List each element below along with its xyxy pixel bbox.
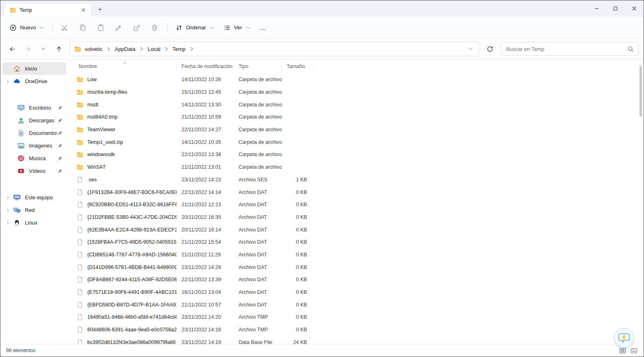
file-name-cell: Low [74,76,177,83]
sidebar-item-red[interactable]: Red [2,204,66,216]
table-row[interactable]: WinSAT 21/11/2022 13:01 Carpeta de archi… [74,161,644,174]
breadcrumb-item[interactable]: Temp [170,44,188,54]
chevron-right-icon[interactable] [3,220,12,226]
chevron-right-icon[interactable] [3,130,12,137]
search-icon[interactable] [627,46,634,53]
search-input[interactable] [505,46,624,53]
breadcrumb-chevron-icon[interactable] [164,46,169,52]
table-row[interactable]: {1528FB4A-F7C5-49D5-9052-0405915A75... 2… [74,236,644,249]
sidebar-item-documentos[interactable]: Documentos [2,127,66,139]
scrollbar-thumb[interactable] [640,66,642,117]
sidebar-item-inicio[interactable]: Inicio [2,62,66,75]
sort-button[interactable]: Ordenar [171,20,219,35]
new-tab-button[interactable] [94,4,106,15]
share-button[interactable] [128,20,145,35]
chevron-right-icon[interactable] [3,207,12,214]
sidebar-item-vídeos[interactable]: Vídeos [2,165,66,177]
scrollbar-up-arrow[interactable] [639,61,642,64]
breadcrumb-item[interactable]: Local [145,44,163,54]
refresh-button[interactable] [483,42,497,56]
chevron-right-icon[interactable] [3,78,12,85]
sidebar-item-linux[interactable]: Linux [2,216,66,229]
chevron-right-icon[interactable] [3,105,12,111]
table-row[interactable]: {E7571E18-90F6-4491-B90F-4ABC101CBF... 1… [74,286,644,299]
view-button[interactable]: Ver [219,20,255,35]
paste-button[interactable] [93,20,109,35]
table-row[interactable]: bc3902d8132f43e3ae086a009979fa88 23/11/2… [74,336,644,344]
videos-icon [17,167,25,175]
sidebar-item-onedrive[interactable]: OneDrive [2,75,66,88]
sidebar-item-este-equipo[interactable]: Este equipo [2,191,66,204]
tab-temp[interactable]: Temp [4,3,91,17]
up-button[interactable] [52,42,66,56]
chevron-right-icon[interactable] [3,66,12,72]
address-breadcrumb-box[interactable]: solveticAppDataLocalTemp [70,42,479,56]
forward-button[interactable] [21,42,35,56]
table-row[interactable]: {CDB65146-7787-4778-A9AD-156604C034... 2… [74,249,644,261]
minimize-button[interactable] [587,0,606,17]
table-row[interactable]: 60448606-6391-4aae-9ea5-e0c0756a2e62... … [74,324,644,336]
edit-buttons [57,20,163,35]
table-row[interactable]: 16490a51-846b-46b0-a5bf-e741d84cb6cb... … [74,311,644,324]
breadcrumb-item[interactable]: solvetic [82,44,105,54]
recent-locations-button[interactable] [36,42,50,56]
table-row[interactable]: {D141D996-5781-4BDB-B441-649900C166... 2… [74,261,644,273]
table-row[interactable]: msdt 14/11/2022 13:30 Carpeta de archivo… [74,98,644,111]
breadcrumb-chevron-icon[interactable] [139,46,144,52]
close-window-button[interactable] [625,0,644,17]
column-header-date[interactable]: Fecha de modificación [177,62,234,71]
chevron-right-icon[interactable] [3,143,12,149]
table-row[interactable]: nsd84A0.tmp 21/11/2022 10:59 Carpeta de … [74,111,644,123]
rename-button[interactable] [111,20,127,35]
breadcrumb-item[interactable]: AppData [112,44,138,54]
column-header-type[interactable]: Tipo [234,62,282,71]
table-row[interactable]: {6C920BB0-ED51-4113-B32C-6618FF672F... 2… [74,198,644,211]
folder-icon [76,88,84,96]
delete-button[interactable] [146,20,163,35]
table-row[interactable]: Temp1_uwd.zip 14/11/2022 10:35 Carpeta d… [74,136,644,148]
table-row[interactable]: mozilla-temp-files 15/11/2022 12:45 Carp… [74,86,644,99]
back-button[interactable] [5,42,19,56]
address-dropdown-button[interactable] [465,44,476,54]
more-options-button[interactable]: … [255,20,272,35]
chevron-right-icon[interactable] [3,168,12,174]
sidebar-item-imágenes[interactable]: Imágenes [2,139,66,152]
table-row[interactable]: {DF8AB667-9244-4115-A08F-92D5E06105... 2… [74,273,644,286]
table-row[interactable]: windowssdk 22/11/2022 13:38 Carpeta de a… [74,148,644,161]
table-row[interactable]: Low 14/11/2022 10:26 Carpeta de archivos [74,73,644,86]
table-row[interactable]: TeamViewer 22/11/2022 14:27 Carpeta de a… [74,123,644,136]
cut-button[interactable] [57,20,73,35]
large-icons-view-button[interactable] [630,346,638,355]
new-button[interactable]: Nuevo [5,20,48,35]
sidebar-item-escritorio[interactable]: Escritorio [2,101,66,114]
table-row[interactable]: .ses 23/11/2022 14:23 Archivo SES 1 KB [74,174,644,186]
details-view-button[interactable] [618,346,626,355]
table-row[interactable]: {1F9132B4-30F9-48E7-B3C6-F6CA0EC722... 2… [74,186,644,198]
help-bubble-overlay[interactable] [614,328,634,348]
table-row[interactable]: {21D2FBBE-53B0-443C-A7DE-204CD9965... 20… [74,211,644,224]
chevron-right-icon[interactable] [3,194,12,201]
sidebar-item-label: Red [25,207,57,213]
breadcrumb-chevron-icon[interactable] [106,46,111,52]
breadcrumb-chevron-icon[interactable] [189,46,195,52]
table-row[interactable]: {62E3B4AA-E2C4-4298-923A-EDECF2F2D... 20… [74,223,644,236]
column-header-size[interactable]: Tamaño [282,62,314,71]
chevron-right-icon[interactable] [3,155,12,162]
chevron-right-icon[interactable] [3,117,12,124]
maximize-button[interactable] [606,0,625,17]
documents-icon [17,129,25,137]
table-row[interactable]: {EBFD580D-B87D-4D7F-B1AA-1FAA9187F... 21… [74,298,644,311]
file-name: TeamViewer [87,127,115,132]
folder-icon [76,151,84,158]
tab-close-button[interactable] [79,6,88,15]
sidebar-item-descargas[interactable]: Descargas [2,114,66,127]
file-date: 23/11/2022 14:29 [177,264,234,270]
file-size: 0 KB [282,202,314,207]
copy-button[interactable] [75,20,91,35]
sidebar-item-label: Escritorio [29,105,57,111]
file-name: {D141D996-5781-4BDB-B441-649900C166... [87,264,177,270]
sidebar-item-label: OneDrive [25,78,57,84]
file-type: Carpeta de archivos [234,139,282,145]
view-icon [224,24,231,31]
sidebar-item-música[interactable]: Música [2,152,66,165]
